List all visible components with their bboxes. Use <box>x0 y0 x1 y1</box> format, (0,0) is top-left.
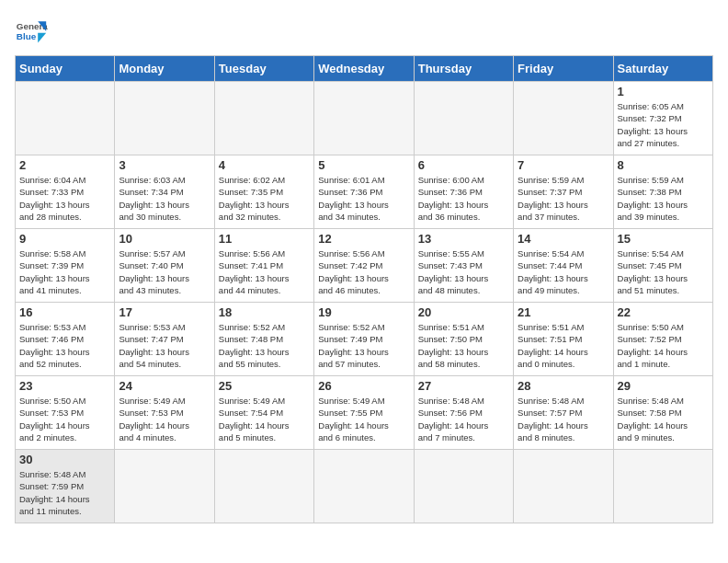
day-number: 19 <box>318 305 409 319</box>
day-info: Sunrise: 5:58 AM Sunset: 7:39 PM Dayligh… <box>19 247 110 296</box>
day-cell <box>613 450 712 523</box>
day-info: Sunrise: 5:51 AM Sunset: 7:50 PM Dayligh… <box>418 321 509 370</box>
day-cell: 20Sunrise: 5:51 AM Sunset: 7:50 PM Dayli… <box>414 303 513 376</box>
day-number: 28 <box>518 379 609 393</box>
day-info: Sunrise: 6:04 AM Sunset: 7:33 PM Dayligh… <box>19 174 110 223</box>
day-info: Sunrise: 5:48 AM Sunset: 7:58 PM Dayligh… <box>618 395 709 443</box>
day-cell: 16Sunrise: 5:53 AM Sunset: 7:46 PM Dayli… <box>16 303 115 376</box>
day-cell: 10Sunrise: 5:57 AM Sunset: 7:40 PM Dayli… <box>115 229 214 303</box>
day-cell: 5Sunrise: 6:01 AM Sunset: 7:36 PM Daylig… <box>314 155 414 229</box>
day-cell <box>115 82 214 155</box>
day-number: 18 <box>219 305 310 319</box>
day-number: 2 <box>19 158 110 172</box>
day-info: Sunrise: 5:49 AM Sunset: 7:53 PM Dayligh… <box>119 395 210 443</box>
day-number: 15 <box>618 232 709 246</box>
day-cell: 12Sunrise: 5:56 AM Sunset: 7:42 PM Dayli… <box>314 229 414 303</box>
col-header-wednesday: Wednesday <box>314 56 414 82</box>
day-info: Sunrise: 5:59 AM Sunset: 7:38 PM Dayligh… <box>618 174 709 223</box>
day-info: Sunrise: 5:52 AM Sunset: 7:49 PM Dayligh… <box>318 321 409 370</box>
week-row-5: 23Sunrise: 5:50 AM Sunset: 7:53 PM Dayli… <box>16 376 713 450</box>
day-number: 23 <box>19 379 110 393</box>
day-number: 14 <box>518 232 609 246</box>
day-info: Sunrise: 5:57 AM Sunset: 7:40 PM Dayligh… <box>119 247 210 296</box>
day-info: Sunrise: 5:59 AM Sunset: 7:37 PM Dayligh… <box>518 174 609 223</box>
day-info: Sunrise: 5:49 AM Sunset: 7:55 PM Dayligh… <box>318 395 409 443</box>
header-section: General Blue <box>15 15 713 48</box>
day-number: 8 <box>618 158 709 172</box>
day-number: 6 <box>418 158 509 172</box>
day-cell <box>314 82 414 155</box>
day-number: 11 <box>219 232 310 246</box>
week-row-2: 2Sunrise: 6:04 AM Sunset: 7:33 PM Daylig… <box>16 155 713 229</box>
col-header-tuesday: Tuesday <box>214 56 313 82</box>
day-cell: 30Sunrise: 5:48 AM Sunset: 7:59 PM Dayli… <box>16 450 115 523</box>
day-number: 9 <box>19 232 110 246</box>
day-cell <box>414 450 513 523</box>
day-number: 25 <box>219 379 310 393</box>
day-cell: 3Sunrise: 6:03 AM Sunset: 7:34 PM Daylig… <box>115 155 214 229</box>
day-cell: 19Sunrise: 5:52 AM Sunset: 7:49 PM Dayli… <box>314 303 414 376</box>
day-number: 10 <box>119 232 210 246</box>
day-number: 30 <box>19 453 110 466</box>
day-cell <box>414 82 513 155</box>
day-cell: 11Sunrise: 5:56 AM Sunset: 7:41 PM Dayli… <box>214 229 313 303</box>
day-info: Sunrise: 5:54 AM Sunset: 7:44 PM Dayligh… <box>518 247 609 296</box>
day-info: Sunrise: 6:00 AM Sunset: 7:36 PM Dayligh… <box>418 174 509 223</box>
day-info: Sunrise: 5:51 AM Sunset: 7:51 PM Dayligh… <box>518 321 609 370</box>
day-info: Sunrise: 5:55 AM Sunset: 7:43 PM Dayligh… <box>418 247 509 296</box>
day-cell: 29Sunrise: 5:48 AM Sunset: 7:58 PM Dayli… <box>613 376 712 450</box>
day-number: 22 <box>618 305 709 319</box>
calendar-container: General Blue SundayMondayTuesdayWednesda… <box>0 0 728 563</box>
day-info: Sunrise: 5:54 AM Sunset: 7:45 PM Dayligh… <box>618 247 709 296</box>
day-number: 26 <box>318 379 409 393</box>
day-number: 4 <box>219 158 310 172</box>
day-number: 20 <box>418 305 509 319</box>
col-header-monday: Monday <box>115 56 214 82</box>
day-number: 24 <box>119 379 210 393</box>
day-number: 13 <box>418 232 509 246</box>
day-cell: 2Sunrise: 6:04 AM Sunset: 7:33 PM Daylig… <box>16 155 115 229</box>
day-cell <box>514 450 613 523</box>
day-cell: 26Sunrise: 5:49 AM Sunset: 7:55 PM Dayli… <box>314 376 414 450</box>
col-header-sunday: Sunday <box>16 56 115 82</box>
day-number: 17 <box>119 305 210 319</box>
svg-text:Blue: Blue <box>17 31 37 41</box>
day-cell <box>514 82 613 155</box>
day-info: Sunrise: 5:56 AM Sunset: 7:41 PM Dayligh… <box>219 247 310 296</box>
day-number: 12 <box>318 232 409 246</box>
day-cell: 8Sunrise: 5:59 AM Sunset: 7:38 PM Daylig… <box>613 155 712 229</box>
day-cell <box>314 450 414 523</box>
day-cell: 14Sunrise: 5:54 AM Sunset: 7:44 PM Dayli… <box>514 229 613 303</box>
day-cell: 21Sunrise: 5:51 AM Sunset: 7:51 PM Dayli… <box>514 303 613 376</box>
day-info: Sunrise: 5:50 AM Sunset: 7:53 PM Dayligh… <box>19 395 110 443</box>
day-cell: 18Sunrise: 5:52 AM Sunset: 7:48 PM Dayli… <box>214 303 313 376</box>
day-info: Sunrise: 5:53 AM Sunset: 7:46 PM Dayligh… <box>19 321 110 370</box>
day-info: Sunrise: 5:52 AM Sunset: 7:48 PM Dayligh… <box>219 321 310 370</box>
day-info: Sunrise: 6:03 AM Sunset: 7:34 PM Dayligh… <box>119 174 210 223</box>
day-number: 16 <box>19 305 110 319</box>
day-cell: 22Sunrise: 5:50 AM Sunset: 7:52 PM Dayli… <box>613 303 712 376</box>
day-info: Sunrise: 5:53 AM Sunset: 7:47 PM Dayligh… <box>119 321 210 370</box>
day-cell: 28Sunrise: 5:48 AM Sunset: 7:57 PM Dayli… <box>514 376 613 450</box>
day-cell: 17Sunrise: 5:53 AM Sunset: 7:47 PM Dayli… <box>115 303 214 376</box>
day-cell: 15Sunrise: 5:54 AM Sunset: 7:45 PM Dayli… <box>613 229 712 303</box>
day-number: 29 <box>618 379 709 393</box>
day-number: 1 <box>618 85 709 98</box>
day-cell: 27Sunrise: 5:48 AM Sunset: 7:56 PM Dayli… <box>414 376 513 450</box>
week-row-1: 1Sunrise: 6:05 AM Sunset: 7:32 PM Daylig… <box>16 82 713 155</box>
day-cell <box>16 82 115 155</box>
col-header-friday: Friday <box>514 56 613 82</box>
day-cell: 13Sunrise: 5:55 AM Sunset: 7:43 PM Dayli… <box>414 229 513 303</box>
day-cell <box>214 82 313 155</box>
day-info: Sunrise: 6:02 AM Sunset: 7:35 PM Dayligh… <box>219 174 310 223</box>
day-info: Sunrise: 5:48 AM Sunset: 7:56 PM Dayligh… <box>418 395 509 443</box>
day-number: 7 <box>518 158 609 172</box>
day-number: 21 <box>518 305 609 319</box>
day-number: 27 <box>418 379 509 393</box>
day-number: 5 <box>318 158 409 172</box>
day-info: Sunrise: 5:48 AM Sunset: 7:57 PM Dayligh… <box>518 395 609 443</box>
svg-marker-3 <box>38 33 46 43</box>
logo-icon: General Blue <box>15 15 48 48</box>
day-cell: 7Sunrise: 5:59 AM Sunset: 7:37 PM Daylig… <box>514 155 613 229</box>
week-row-3: 9Sunrise: 5:58 AM Sunset: 7:39 PM Daylig… <box>16 229 713 303</box>
